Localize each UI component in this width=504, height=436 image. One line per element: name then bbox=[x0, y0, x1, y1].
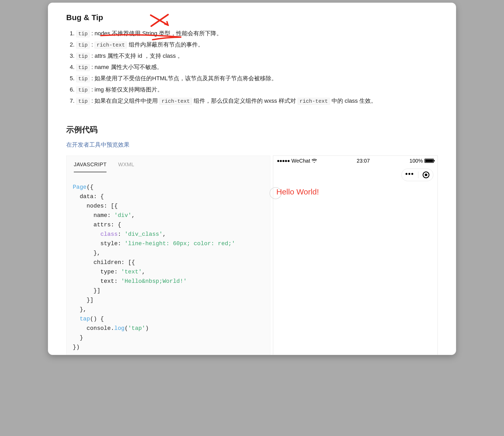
phone-status-bar: ●●●●● WeChat 23:07 100% bbox=[273, 156, 438, 166]
target-icon[interactable] bbox=[423, 171, 429, 178]
capsule-separator bbox=[418, 171, 418, 178]
clock-label: 23:07 bbox=[357, 158, 370, 164]
code-block: Page({ data: { nodes: [{ name: 'div', at… bbox=[73, 183, 264, 352]
signal-dots-icon: ●●●●● bbox=[277, 158, 290, 164]
annotated-text: 不推荐使用 String 类型 bbox=[112, 30, 170, 37]
code-tabs: JAVASCRIPTWXML bbox=[73, 156, 264, 172]
tip-item: tip : nodes 不推荐使用 String 类型，性能会有所下降。 bbox=[76, 28, 438, 39]
tip-item: tip : 如果使用了不受信任的HTML节点，该节点及其所有子节点将会被移除。 bbox=[76, 73, 438, 84]
wifi-icon bbox=[312, 158, 317, 164]
tip-item: tip : attrs 属性不支持 id ，支持 class 。 bbox=[76, 51, 438, 62]
tip-pill: tip bbox=[76, 87, 90, 94]
tip-pill: tip bbox=[76, 30, 90, 37]
battery-percent: 100% bbox=[410, 158, 423, 164]
tip-pill: tip bbox=[76, 42, 90, 49]
tip-item: tip : 如果在自定义组件中使用 rich-text 组件，那么仅自定义组件的… bbox=[76, 96, 438, 107]
example-heading: 示例代码 bbox=[66, 124, 438, 135]
tips-list: tip : nodes 不推荐使用 String 类型，性能会有所下降。tip … bbox=[66, 28, 438, 107]
inline-code: rich-text bbox=[298, 98, 330, 105]
inline-code: rich-text bbox=[94, 42, 127, 49]
tip-pill: tip bbox=[76, 53, 90, 60]
tips-block: tip : nodes 不推荐使用 String 类型，性能会有所下降。tip … bbox=[66, 28, 438, 107]
preview-link[interactable]: 在开发者工具中预览效果 bbox=[66, 141, 130, 148]
code-tab-wxml[interactable]: WXML bbox=[118, 162, 134, 172]
example-area: JAVASCRIPTWXML Page({ data: { nodes: [{ … bbox=[66, 156, 438, 355]
battery-icon bbox=[424, 159, 434, 163]
tip-pill: tip bbox=[76, 98, 90, 105]
tip-pill: tip bbox=[76, 64, 90, 71]
tip-item: tip : rich-text 组件内屏蔽所有节点的事件。 bbox=[76, 39, 438, 50]
phone-toolbar: ••• bbox=[273, 166, 438, 184]
bug-tip-heading: Bug & Tip bbox=[66, 13, 438, 22]
tip-item: tip : img 标签仅支持网络图片。 bbox=[76, 84, 438, 95]
ellipsis-icon[interactable]: ••• bbox=[405, 173, 414, 175]
code-panel: JAVASCRIPTWXML Page({ data: { nodes: [{ … bbox=[66, 156, 270, 355]
tip-item: tip : name 属性大小写不敏感。 bbox=[76, 62, 438, 73]
phone-body: Hello World! bbox=[273, 184, 438, 355]
hello-world-text: Hello World! bbox=[276, 184, 434, 200]
window-frame: Bug & Tip tip : nodes 不推荐使用 String 类型，性能… bbox=[48, 3, 456, 355]
phone-preview: ●●●●● WeChat 23:07 100% ••• bbox=[273, 156, 438, 355]
tip-pill: tip bbox=[76, 75, 90, 82]
carrier-label: WeChat bbox=[291, 158, 310, 164]
inline-code: rich-text bbox=[159, 98, 192, 105]
capsule-menu[interactable]: ••• bbox=[401, 169, 433, 181]
code-tab-javascript[interactable]: JAVASCRIPT bbox=[74, 162, 107, 172]
